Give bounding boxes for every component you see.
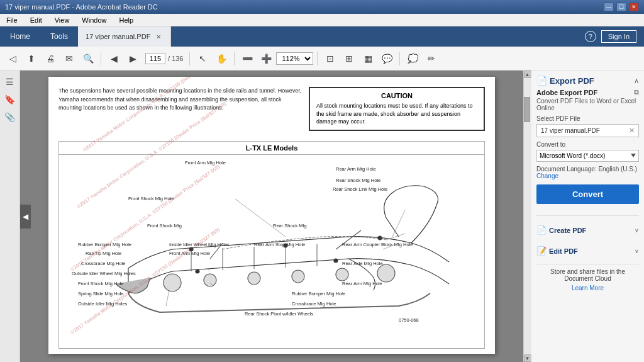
- toolbar-next-page[interactable]: ▶: [124, 50, 142, 67]
- left-icon-bookmark[interactable]: 🔖: [3, 92, 18, 107]
- left-icon-attachment[interactable]: 📎: [3, 110, 18, 125]
- svg-line-18: [235, 199, 286, 237]
- edit-pdf-section: 📝 Edit PDF ∨: [536, 243, 639, 259]
- label-inside-idler: Inside Idler Wheel Mtg Holes: [169, 242, 230, 247]
- tab-area: 17 viper manual.PDF ✕: [78, 26, 577, 47]
- caution-text: All stock mounting locations must be use…: [316, 102, 477, 126]
- scroll-down-arrow[interactable]: ▼: [524, 354, 531, 362]
- label-rear-arm-2: Rear Arm Mtg Hole: [342, 281, 382, 286]
- svg-point-9: [248, 272, 260, 285]
- cloud-text: Store and share files in the Document Cl…: [536, 268, 639, 282]
- export-pdf-collapse[interactable]: ∧: [634, 77, 639, 85]
- nav-tools[interactable]: Tools: [40, 26, 78, 47]
- adobe-export-copy[interactable]: ⧉: [634, 88, 639, 96]
- doc-language: Document Language: English (U.S.) Change: [536, 166, 639, 179]
- menu-window[interactable]: Window: [78, 15, 110, 25]
- scroll-left-arrow[interactable]: ◀: [20, 205, 31, 229]
- pdf-tab-close[interactable]: ✕: [154, 33, 163, 41]
- toolbar-search[interactable]: 🔍: [79, 50, 97, 67]
- diagram-area: L-TX LE Models: [58, 141, 485, 349]
- app-title: 17 viper manual.PDF - Adobe Acrobat Read…: [5, 3, 158, 11]
- toolbar-pointer[interactable]: ↖: [194, 50, 211, 67]
- toolbar-zoom-out[interactable]: ➖: [238, 50, 256, 67]
- pdf-tab[interactable]: 17 viper manual.PDF ✕: [78, 26, 171, 47]
- toolbar-hand[interactable]: ✋: [213, 50, 230, 67]
- convert-to-select[interactable]: Microsoft Word (*.docx) Microsoft Excel …: [536, 150, 639, 162]
- menu-file[interactable]: File: [3, 15, 21, 25]
- toolbar-zoom-in[interactable]: ➕: [257, 50, 275, 67]
- toolbar-comment[interactable]: 💬: [378, 50, 396, 67]
- file-row: 17 viper manual.PDF ✕: [536, 124, 639, 137]
- label-front-arm-2: Front Arm Mtg Hole: [169, 251, 210, 256]
- svg-point-7: [164, 274, 181, 291]
- nav-home[interactable]: Home: [0, 26, 40, 47]
- toolbar-upload[interactable]: ⬆: [23, 50, 40, 67]
- toolbar-fit-page[interactable]: ⊡: [321, 50, 339, 67]
- nav-right: ? Sign In: [577, 26, 644, 47]
- edit-pdf-chevron[interactable]: ∨: [635, 248, 639, 254]
- toolbar-view[interactable]: ▦: [359, 50, 377, 67]
- label-spring-slide: Spring Slide Mtg Hole: [78, 291, 124, 297]
- toolbar-email[interactable]: ✉: [60, 50, 78, 67]
- caution-box: CAUTION All stock mounting locations mus…: [309, 87, 485, 131]
- select-file-label: Select PDF File: [536, 115, 639, 122]
- adobe-export-title: Adobe Export PDF: [536, 89, 597, 96]
- toolbar-balloon[interactable]: 💭: [404, 50, 421, 67]
- menu-help[interactable]: Help: [115, 15, 137, 25]
- toolbar-prev-page[interactable]: ◀: [105, 50, 123, 67]
- create-pdf-chevron[interactable]: ∨: [635, 227, 639, 234]
- edit-pdf-title-row: 📝 Edit PDF: [536, 246, 578, 256]
- minimize-btn[interactable]: —: [604, 3, 614, 11]
- toolbar-sep1: [101, 52, 101, 65]
- label-rubber-bumper-right: Rubber Bumper Mtg Hole: [292, 291, 345, 297]
- pdf-tab-label: 17 viper manual.PDF: [86, 33, 150, 40]
- pdf-body-section: CAUTION All stock mounting locations mus…: [58, 87, 485, 136]
- label-crossbrace: Crossbrace Mtg Hole: [81, 261, 125, 266]
- toolbar-sep2: [189, 52, 190, 65]
- toolbar-fit-width[interactable]: ⊞: [340, 50, 358, 67]
- cloud-section: Store and share files in the Document Cl…: [536, 264, 639, 293]
- convert-button[interactable]: Convert: [536, 184, 639, 204]
- toolbar-back[interactable]: ◁: [4, 50, 21, 67]
- left-icon-layers[interactable]: ☰: [3, 74, 18, 89]
- change-language-link[interactable]: Change: [536, 173, 558, 179]
- svg-point-10: [292, 270, 304, 283]
- close-btn[interactable]: ✕: [629, 3, 639, 11]
- edit-pdf-header[interactable]: 📝 Edit PDF ∨: [536, 243, 639, 259]
- svg-line-20: [386, 234, 405, 240]
- left-panel: ☰ 🔖 📎: [0, 71, 20, 362]
- zoom-select[interactable]: 112% 50% 75% 100% 125% 150% 200%: [276, 52, 313, 65]
- label-rear-arm-stop: Rear Arm Stop Mtg Hole: [254, 242, 305, 247]
- caution-title: CAUTION: [316, 92, 477, 99]
- main-area: ☰ 🔖 📎 ◀ ©2017 Yamaha Motor Corporation, …: [0, 71, 644, 362]
- svg-point-11: [336, 268, 348, 281]
- right-panel: 📄 Export PDF ∧ Adobe Export PDF ⧉ Conver…: [531, 71, 644, 362]
- edit-pdf-icon: 📝: [536, 246, 547, 256]
- title-bar: 17 viper manual.PDF - Adobe Acrobat Read…: [0, 0, 644, 14]
- page-input[interactable]: [145, 53, 165, 64]
- scroll-up-arrow[interactable]: ▲: [524, 71, 531, 78]
- toolbar-sep5: [399, 52, 400, 65]
- clear-file-btn[interactable]: ✕: [629, 127, 635, 135]
- pdf-page: ©2017 Yamaha Motor Corporation, U.S.A. ©…: [48, 77, 495, 354]
- svg-point-17: [334, 259, 338, 263]
- toolbar-pen[interactable]: ✏: [423, 50, 440, 67]
- sign-in-button[interactable]: Sign In: [601, 30, 636, 43]
- label-outside-idler: Outside Idler Wheel Mtg Holes: [72, 271, 136, 276]
- diagram-title: L-TX LE Models: [59, 142, 484, 155]
- scroll-thumb[interactable]: [524, 97, 530, 122]
- help-icon[interactable]: ?: [585, 31, 596, 42]
- menu-edit[interactable]: Edit: [26, 15, 46, 25]
- window-controls[interactable]: — ☐ ✕: [604, 3, 639, 11]
- label-part-number: 0750-068: [399, 317, 419, 323]
- learn-more-link[interactable]: Learn More: [536, 285, 639, 291]
- menu-view[interactable]: View: [51, 15, 74, 25]
- svg-point-16: [196, 269, 199, 273]
- create-pdf-header[interactable]: 📄 Create PDF ∨: [536, 222, 639, 238]
- label-front-arm: Front Arm Mtg Hole: [185, 160, 226, 166]
- label-rail-tip: Rail Tip Mtg Hole: [86, 251, 121, 256]
- toolbar-print[interactable]: 🖨: [42, 50, 59, 67]
- maximize-btn[interactable]: ☐: [616, 3, 626, 11]
- svg-point-12: [377, 264, 395, 282]
- label-rear-shock-pivot: Rear Shock Pivot w/Idler Wheels: [245, 311, 313, 317]
